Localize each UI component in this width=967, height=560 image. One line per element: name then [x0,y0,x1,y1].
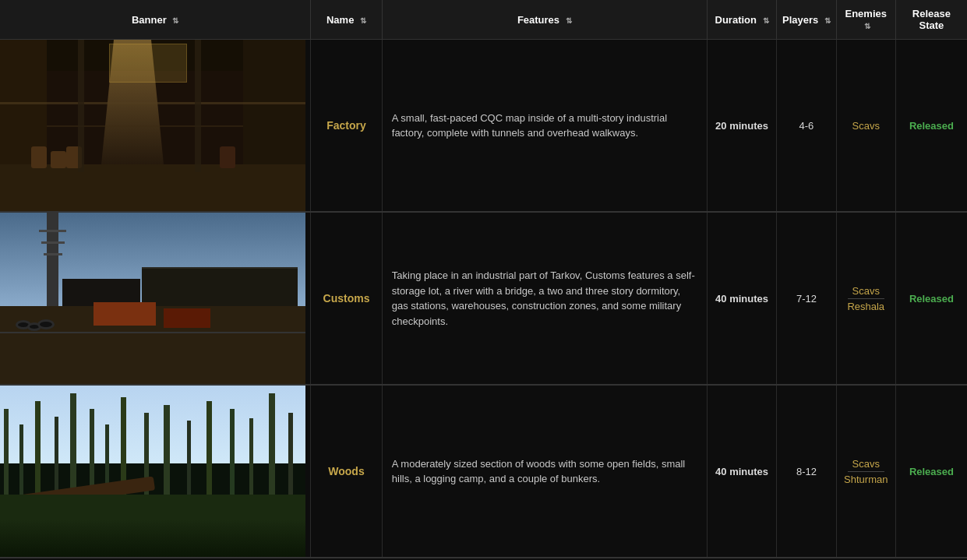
map-enemies-woods: Scavs Shturman [836,385,895,558]
map-name-factory: Factory [311,40,383,213]
header-name-label: Name [326,14,354,26]
header-banner-label: Banner [132,14,167,26]
map-duration-customs: 40 minutes [707,212,777,385]
header-players-label: Players [782,14,818,26]
header-release-label: ReleaseState [912,8,951,31]
banner-customs [0,212,311,385]
map-players-factory: 4-6 [777,40,836,213]
header-release: ReleaseState [895,0,967,40]
sort-icon-features[interactable]: ⇅ [566,16,572,25]
map-features-woods: A moderately sized section of woods with… [382,385,707,558]
map-features-factory: A small, fast-paced CQC map inside of a … [382,40,707,213]
sort-icon-enemies[interactable]: ⇅ [864,22,870,30]
header-features-label: Features [517,14,559,26]
map-duration-factory: 20 minutes [707,40,777,213]
header-enemies-label: Enemies [845,8,887,19]
table-header-row: Banner ⇅ Name ⇅ Features ⇅ Duration ⇅ Pl… [0,0,967,40]
map-duration-woods: 40 minutes [707,385,777,558]
sort-icon-name[interactable]: ⇅ [360,16,366,25]
sort-icon-duration[interactable]: ⇅ [763,16,769,25]
map-release-customs: Released [895,212,967,385]
banner-factory [0,40,311,213]
sort-icon-players[interactable]: ⇅ [824,16,831,25]
banner-woods [0,385,311,558]
header-players[interactable]: Players ⇅ [777,0,836,40]
map-features-customs: Taking place in an industrial part of Ta… [382,212,707,385]
map-release-factory: Released [895,40,967,213]
table-row: Woods A moderately sized section of wood… [0,385,967,558]
header-name[interactable]: Name ⇅ [311,0,383,40]
header-enemies[interactable]: Enemies ⇅ [836,0,895,40]
map-players-woods: 8-12 [777,385,836,558]
sort-icon-banner[interactable]: ⇅ [172,16,178,25]
header-duration-label: Duration [715,14,757,26]
table-row: Factory A small, fast-paced CQC map insi… [0,40,967,213]
map-name-woods: Woods [311,385,383,558]
map-enemies-factory: Scavs [836,40,895,213]
maps-table: Banner ⇅ Name ⇅ Features ⇅ Duration ⇅ Pl… [0,0,967,558]
map-enemies-customs: Scavs Reshala [836,212,895,385]
map-players-customs: 7-12 [777,212,836,385]
header-features[interactable]: Features ⇅ [382,0,707,40]
map-name-customs: Customs [311,212,383,385]
header-banner[interactable]: Banner ⇅ [0,0,311,40]
map-release-woods: Released [895,385,967,558]
table-row: Customs Taking place in an industrial pa… [0,212,967,385]
header-duration[interactable]: Duration ⇅ [707,0,777,40]
